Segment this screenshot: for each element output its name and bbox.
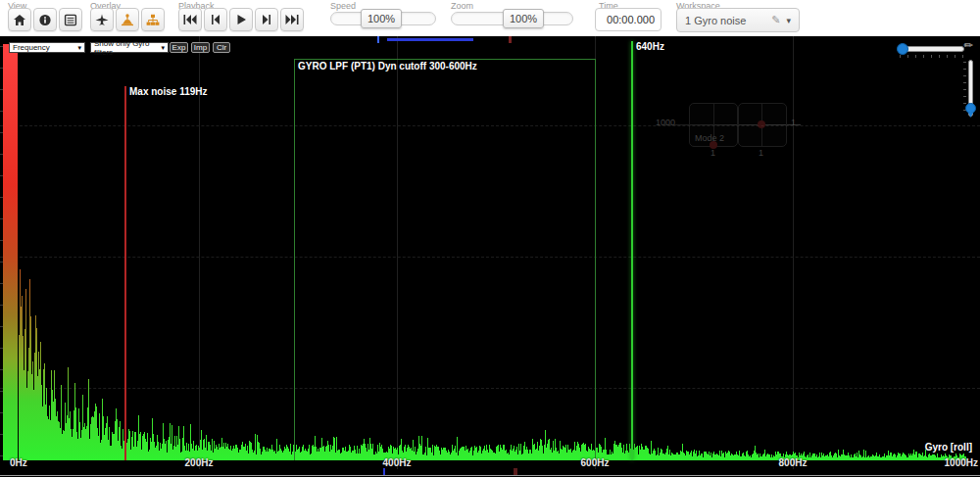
speed-value-bubble[interactable]: 100% <box>361 9 402 28</box>
sticks-mode-label: Mode 2 <box>695 133 724 143</box>
graph-view-mode-select[interactable]: Frequency ▾ <box>9 42 85 53</box>
gyro-lpf-cutoff-region: GYRO LPF (PT1) Dyn cutoff 300-600Hz <box>294 59 596 460</box>
import-button[interactable]: Imp <box>191 42 210 53</box>
time-input[interactable] <box>595 8 662 31</box>
throttle-value: 1000 <box>656 118 675 127</box>
jump-to-start-button[interactable] <box>178 8 202 31</box>
step-back-icon <box>209 14 222 25</box>
craft-overlay-button[interactable] <box>90 8 114 31</box>
jump-to-end-button[interactable] <box>280 8 304 31</box>
workspace-dropdown[interactable]: 1 Gyro noise ✎ ▾ <box>676 8 800 32</box>
timeline-selection-bar[interactable] <box>387 38 473 41</box>
sticks-icon <box>146 14 160 26</box>
chevron-down-icon: ▾ <box>161 44 165 52</box>
zoom-value-bubble[interactable]: 100% <box>503 9 544 28</box>
jump-end-icon <box>285 14 299 25</box>
blackbox-explorer-window: View Overlay Playback Speed Zoom Time Wo… <box>0 0 980 477</box>
info-icon <box>38 14 52 26</box>
play-button[interactable] <box>229 8 253 31</box>
filters-value: Show only Gyro filters <box>94 39 161 57</box>
play-icon <box>234 14 248 25</box>
step-forward-button[interactable] <box>255 8 278 31</box>
right-stick-value: 1 <box>759 148 763 158</box>
log-details-icon <box>64 14 77 26</box>
chevron-down-icon: ▾ <box>77 44 81 52</box>
export-button[interactable]: Exp <box>170 42 188 53</box>
axis-tick-600hz: 600Hz <box>581 457 610 468</box>
zoom-group-label: Zoom <box>451 1 473 11</box>
horizontal-slider-ticks <box>900 55 964 58</box>
spectrum-graph-canvas[interactable]: 1000 Mode 2 1 1 1 GYRO LPF (PT1) Dyn cut… <box>0 36 980 477</box>
series-label: Gyro [roll] <box>925 442 972 453</box>
log-details-button[interactable] <box>59 8 82 31</box>
view-mode-value: Frequency <box>13 43 50 52</box>
craft-icon <box>95 14 109 26</box>
jump-start-icon <box>183 14 197 25</box>
timeline-bottom-blue-marker[interactable] <box>383 468 385 475</box>
speed-group-label: Speed <box>330 1 356 11</box>
clear-button[interactable]: Clr <box>213 42 230 53</box>
vertical-zoom-thumb[interactable] <box>965 103 976 114</box>
sticks-overlay-button[interactable] <box>141 8 165 31</box>
log-info-button[interactable] <box>33 8 57 31</box>
timeline-bottom-position-marker[interactable] <box>514 468 517 475</box>
log-timeline-bottom[interactable] <box>0 468 980 475</box>
graph-bottom-border <box>0 475 980 476</box>
pencil-icon[interactable]: ✎ <box>771 14 780 26</box>
step-forward-icon <box>260 14 273 25</box>
caret-down-icon[interactable]: ▾ <box>786 16 791 25</box>
axis-tick-1000hz: 1000Hz <box>945 457 978 468</box>
timeline-position-marker[interactable] <box>509 36 512 43</box>
axis-tick-200hz: 200Hz <box>185 457 214 468</box>
workspace-value: 1 Gyro noise <box>685 15 765 26</box>
axis-tick-800hz: 800Hz <box>779 457 808 468</box>
max-noise-marker-line <box>124 86 126 460</box>
sticks-overlay: 1000 Mode 2 1 1 1 <box>652 101 808 160</box>
analyser-icon <box>121 14 134 26</box>
home-button[interactable] <box>8 8 31 31</box>
axis-tick-0hz: 0Hz <box>10 457 27 468</box>
right-stick-dot <box>758 120 765 128</box>
home-icon <box>13 14 26 26</box>
horizontal-zoom-thumb[interactable] <box>897 43 908 55</box>
left-stick-value: 1 <box>710 148 715 158</box>
main-toolbar: View Overlay Playback Speed Zoom Time Wo… <box>0 0 980 36</box>
axis-tick-400hz: 400Hz <box>383 457 412 468</box>
cutoff-640hz-marker-line <box>631 41 633 460</box>
gyro-lpf-label: GYRO LPF (PT1) Dyn cutoff 300-600Hz <box>298 61 477 72</box>
graph-filters-select[interactable]: Show only Gyro filters ▾ <box>90 42 169 53</box>
aux-value: 1 <box>791 118 796 127</box>
analyser-overlay-button[interactable] <box>116 8 139 31</box>
step-back-button[interactable] <box>204 8 227 31</box>
max-noise-label: Max noise 119Hz <box>129 86 207 97</box>
timeline-start-marker[interactable] <box>377 36 379 43</box>
